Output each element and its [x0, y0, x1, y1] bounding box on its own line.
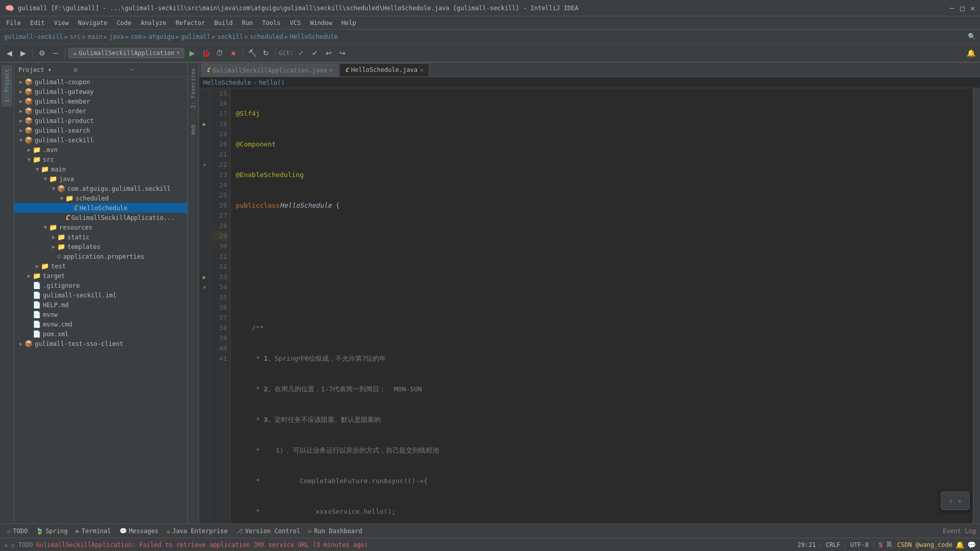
nav-item-main[interactable]: main [88, 33, 103, 40]
close-tab-app-icon[interactable]: ✕ [330, 67, 333, 73]
run-gutter-icon-33[interactable]: ▶ [203, 274, 206, 281]
tree-item-gulimall-app[interactable]: C GulimallSeckillApplicatio... [14, 213, 187, 222]
build-button[interactable]: 🔨 [246, 47, 258, 59]
project-tab[interactable]: 1: Project [2, 65, 12, 107]
forward-button[interactable]: ▶ [17, 47, 29, 59]
fold-icon-22[interactable]: ▼ [203, 162, 206, 168]
close-tab-hello-icon[interactable]: ✕ [420, 67, 424, 73]
tree-item-mvnw[interactable]: 📄 mvnw [14, 310, 187, 319]
menu-window[interactable]: Window [306, 18, 336, 28]
menu-help[interactable]: Help [337, 18, 360, 28]
stop-button[interactable]: ■ [227, 47, 239, 59]
event-log-label[interactable]: Event Log [943, 528, 976, 535]
tree-item-seckill[interactable]: ▼ 📦 gulimall-seckill [14, 135, 187, 145]
tree-item-scheduled-folder[interactable]: ▼ 📁 scheduled [14, 193, 187, 203]
search-icon[interactable]: 🔍 [968, 33, 976, 40]
menu-navigate[interactable]: Navigate [74, 18, 112, 28]
nav-item-seckill[interactable]: gulimall-seckill [4, 33, 63, 40]
tree-item-target[interactable]: ▶ 📁 target [14, 271, 187, 281]
run-button[interactable]: ▶ [186, 47, 198, 59]
nav-item-atguigu[interactable]: atguigu [149, 33, 175, 40]
tree-item-resources[interactable]: ▼ 📁 resources [14, 222, 187, 232]
panel-collapse-icon[interactable]: ─ [129, 65, 183, 74]
settings-button[interactable]: ⚙ [36, 47, 48, 59]
java-enterprise-tab[interactable]: ☕ Java Enterprise [163, 527, 231, 536]
back-button[interactable]: ◀ [3, 47, 15, 59]
git-undo-button[interactable]: ↩ [323, 47, 335, 59]
tree-item-package[interactable]: ▼ 📦 com.atguigu.gulimall.seckill [14, 184, 187, 193]
web-item[interactable]: Web [188, 121, 198, 138]
nav-item-gulimall[interactable]: gulimall [181, 33, 211, 40]
code-content[interactable]: @Slf4j @Component @EnableScheduling publ… [231, 88, 973, 523]
nav-item-com[interactable]: com [131, 33, 142, 40]
fold-icon-34[interactable]: ▼ [203, 285, 206, 290]
tree-item-mvn[interactable]: ▶ 📁 .mvn [14, 145, 187, 155]
nav-item-src[interactable]: src [70, 33, 81, 40]
status-charset[interactable]: UTF-8 [850, 541, 869, 548]
code-editor[interactable]: ▶ ▼ ▶ ▼ [199, 88, 980, 523]
menu-code[interactable]: Code [113, 18, 136, 28]
nav-item-java[interactable]: java [109, 33, 124, 40]
tree-item-product[interactable]: ▶ 📦 gulimall-product [14, 116, 187, 126]
debug-button[interactable]: 🐞 [200, 47, 212, 59]
status-lang[interactable]: 英 [886, 540, 892, 549]
run-gutter-icon-18[interactable]: ▶ [203, 121, 206, 128]
minimize-button[interactable]: ─ [950, 4, 954, 12]
tree-item-member[interactable]: ▶ 📦 gulimall-member [14, 96, 187, 106]
spring-tab[interactable]: 🍃 Spring [33, 527, 70, 536]
tab-gulimallseckill-app[interactable]: C GulimallSeckillApplication.java ✕ [201, 63, 338, 77]
git-check2-button[interactable]: ✔ [309, 47, 321, 59]
tree-item-mvnw-cmd[interactable]: 📄 mvnw.cmd [14, 319, 187, 329]
tree-item-pom[interactable]: 📄 pom.xml [14, 329, 187, 339]
version-control-tab[interactable]: ⎇ Version Control [233, 527, 303, 536]
tree-item-gitignore[interactable]: 📄 .gitignore [14, 281, 187, 290]
tree-item-coupon[interactable]: ▶ 📦 gulimall-coupon [14, 77, 187, 87]
menu-vcs[interactable]: VCS [286, 18, 305, 28]
tree-item-templates[interactable]: ▶ 📁 templates [14, 242, 187, 252]
tab-helloschedule[interactable]: C HelloSchedule.java ✕ [339, 63, 429, 77]
menu-view[interactable]: View [50, 18, 73, 28]
terminal-tab[interactable]: ▶ Terminal [73, 527, 114, 536]
maximize-button[interactable]: □ [960, 4, 964, 12]
git-check-button[interactable]: ✓ [295, 47, 307, 59]
tree-item-gateway[interactable]: ▶ 📦 gulimall-gateway [14, 87, 187, 96]
close-button[interactable]: ✕ [971, 4, 975, 12]
collapse-button[interactable]: ─ [50, 47, 62, 59]
messages-tab[interactable]: 💬 Messages [116, 527, 162, 536]
tree-item-order[interactable]: ▶ 📦 gulimall-order [14, 106, 187, 116]
notifications-button[interactable]: 🔔 [965, 47, 977, 59]
tree-item-test[interactable]: ▶ 📁 test [14, 261, 187, 271]
run-dashboard-tab[interactable]: ▷ Run Dashboard [305, 527, 365, 536]
menu-run[interactable]: Run [238, 18, 257, 28]
todo-tab[interactable]: ☑ TODO [4, 527, 31, 536]
balloon-next-icon[interactable]: › [957, 496, 962, 506]
sync-button[interactable]: ↻ [260, 47, 272, 59]
nav-item-helloschedule[interactable]: HelloSchedule [290, 33, 338, 40]
tree-item-main[interactable]: ▼ 📁 main [14, 164, 187, 174]
panel-options-icon[interactable]: ⚙ [72, 65, 127, 74]
tree-item-java[interactable]: ▼ 📁 java [14, 174, 187, 184]
bc-class[interactable]: HelloSchedule [203, 79, 251, 86]
tree-item-search[interactable]: ▶ 📦 gulimall-search [14, 126, 187, 135]
run-configuration-selector[interactable]: ☕ GulimallSeckillApplication ▼ [68, 48, 184, 58]
menu-analyze[interactable]: Analyze [136, 18, 170, 28]
favorites-item[interactable]: 2: Favorites [188, 65, 198, 111]
git-redo-button[interactable]: ↪ [336, 47, 349, 59]
status-position[interactable]: 29:21 [797, 541, 816, 548]
menu-refactor[interactable]: Refactor [172, 18, 209, 28]
tree-item-help-md[interactable]: 📄 HELP.md [14, 300, 187, 310]
tree-item-helloschedule-file[interactable]: C HelloSchedule [14, 203, 187, 213]
tree-item-sso-client[interactable]: ▶ 📦 gulimall-test-sso-client [14, 339, 187, 348]
tree-item-static[interactable]: ▶ 📁 static [14, 232, 187, 242]
menu-edit[interactable]: Edit [26, 18, 49, 28]
balloon-prev-icon[interactable]: ‹ [948, 496, 953, 506]
coverage-button[interactable]: ⏱ [213, 47, 226, 59]
tree-item-src[interactable]: ▼ 📁 src [14, 155, 187, 164]
notification-icon[interactable]: 🔔 [955, 541, 964, 549]
nav-item-seckill2[interactable]: seckill [217, 33, 243, 40]
menu-build[interactable]: Build [210, 18, 237, 28]
tree-item-iml[interactable]: 📄 gulimall-seckill.iml [14, 290, 187, 300]
chat-icon[interactable]: 💬 [967, 541, 976, 549]
status-crlf[interactable]: CRLF [826, 541, 841, 548]
tree-item-application-properties[interactable]: ⚙ application.properties [14, 252, 187, 261]
